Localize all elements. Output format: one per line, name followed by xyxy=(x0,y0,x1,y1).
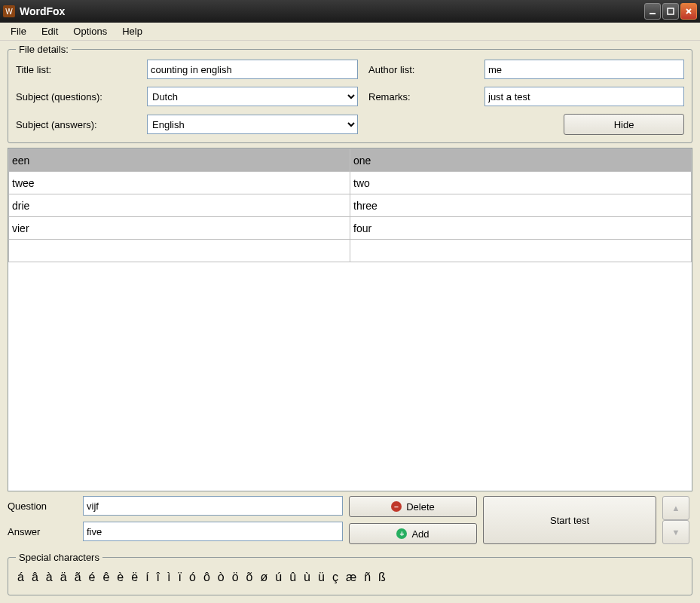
special-char-button[interactable]: õ xyxy=(246,571,253,584)
special-char-button[interactable]: ë xyxy=(131,571,138,584)
question-label: Question xyxy=(8,500,75,512)
content-area: File details: Title list: Author list: S… xyxy=(0,41,700,603)
special-char-button[interactable]: û xyxy=(289,571,296,584)
special-char-button[interactable]: î xyxy=(157,571,160,584)
add-icon: + xyxy=(396,528,407,539)
start-test-button[interactable]: Start test xyxy=(483,496,656,544)
spinner-up-button[interactable]: ▲ xyxy=(662,496,689,520)
file-details-group: File details: Title list: Author list: S… xyxy=(8,44,692,143)
author-list-input[interactable] xyxy=(484,60,684,79)
table-row[interactable]: driethree xyxy=(9,194,692,217)
table-cell-question[interactable]: een xyxy=(9,149,350,172)
table-cell-question[interactable]: twee xyxy=(9,172,350,194)
delete-icon: − xyxy=(391,501,402,512)
add-button-label: Add xyxy=(411,528,429,540)
special-char-button[interactable]: ç xyxy=(332,571,338,584)
title-list-input[interactable] xyxy=(147,60,358,79)
menubar: File Edit Options Help xyxy=(0,23,700,41)
app-icon: W xyxy=(3,5,15,17)
special-char-button[interactable]: ò xyxy=(218,571,225,584)
table-cell-answer[interactable]: four xyxy=(350,217,692,240)
delete-button[interactable]: − Delete xyxy=(349,496,477,517)
special-char-button[interactable]: ã xyxy=(75,571,81,584)
special-char-button[interactable]: í xyxy=(145,571,148,584)
special-char-button[interactable]: ï xyxy=(179,571,182,584)
minimize-button[interactable] xyxy=(644,3,661,20)
special-char-button[interactable]: ö xyxy=(232,571,239,584)
table-cell-answer[interactable]: one xyxy=(350,149,692,172)
special-char-button[interactable]: é xyxy=(89,571,96,584)
special-char-button[interactable]: ô xyxy=(203,571,210,584)
close-button[interactable] xyxy=(680,3,697,20)
app-window: W WordFox File Edit Options Help File de… xyxy=(0,0,700,603)
special-char-button[interactable]: â xyxy=(32,571,38,584)
special-char-button[interactable]: ü xyxy=(318,571,325,584)
answer-input[interactable] xyxy=(83,522,343,541)
menu-file[interactable]: File xyxy=(3,23,34,39)
special-char-button[interactable]: ì xyxy=(167,571,170,584)
remarks-input[interactable] xyxy=(484,87,684,106)
special-char-button[interactable]: ä xyxy=(60,571,67,584)
titlebar: W WordFox xyxy=(0,0,700,23)
hide-button[interactable]: Hide xyxy=(564,114,684,135)
subject-answers-label: Subject (answers): xyxy=(16,119,136,130)
special-char-button[interactable]: ß xyxy=(378,571,386,584)
subject-answers-select[interactable]: English xyxy=(147,115,358,134)
table-row[interactable]: vierfour xyxy=(9,217,692,240)
menu-edit[interactable]: Edit xyxy=(34,23,66,39)
table-row[interactable] xyxy=(9,240,692,262)
word-table[interactable]: eenonetweetwodriethreevierfour xyxy=(8,148,692,491)
file-details-legend: File details: xyxy=(16,44,72,55)
special-char-button[interactable]: á xyxy=(17,571,24,584)
special-char-button[interactable]: ñ xyxy=(364,571,371,584)
remarks-label: Remarks: xyxy=(368,91,474,103)
window-controls xyxy=(644,3,697,20)
table-row[interactable]: eenone xyxy=(9,149,692,172)
subject-questions-label: Subject (questions): xyxy=(16,91,136,103)
subject-questions-select[interactable]: Dutch xyxy=(147,87,358,106)
special-char-button[interactable]: ê xyxy=(102,571,109,584)
table-cell-question[interactable] xyxy=(9,240,350,262)
table-cell-question[interactable]: vier xyxy=(9,217,350,240)
special-char-button[interactable]: ú xyxy=(275,571,282,584)
table-cell-answer[interactable]: two xyxy=(350,172,692,194)
special-char-button[interactable]: à xyxy=(46,571,53,584)
special-char-button[interactable]: ù xyxy=(304,571,310,584)
bottom-area: Question Answer − Delete + Add Start tes… xyxy=(8,496,692,544)
answer-label: Answer xyxy=(8,526,75,537)
table-cell-question[interactable]: drie xyxy=(9,194,350,217)
menu-options[interactable]: Options xyxy=(66,23,115,39)
table-cell-answer[interactable] xyxy=(350,240,692,262)
special-char-button[interactable]: ø xyxy=(261,571,268,584)
special-char-button[interactable]: è xyxy=(117,571,124,584)
table-cell-answer[interactable]: three xyxy=(350,194,692,217)
add-button[interactable]: + Add xyxy=(349,523,477,544)
title-list-label: Title list: xyxy=(16,64,136,75)
special-chars-legend: Special characters xyxy=(16,552,102,563)
window-title: WordFox xyxy=(20,5,644,17)
delete-button-label: Delete xyxy=(406,501,435,513)
table-row[interactable]: tweetwo xyxy=(9,172,692,194)
author-list-label: Author list: xyxy=(368,64,474,75)
special-char-button[interactable]: ó xyxy=(189,571,196,584)
special-chars-group: Special characters áâàäãéêèëíîìïóôòöõøúû… xyxy=(8,552,692,595)
maximize-button[interactable] xyxy=(662,3,679,20)
svg-rect-0 xyxy=(650,13,656,14)
menu-help[interactable]: Help xyxy=(115,23,150,39)
special-char-button[interactable]: æ xyxy=(346,571,356,584)
question-input[interactable] xyxy=(83,496,343,516)
svg-rect-1 xyxy=(668,8,674,14)
spinner-down-button[interactable]: ▼ xyxy=(662,520,689,544)
